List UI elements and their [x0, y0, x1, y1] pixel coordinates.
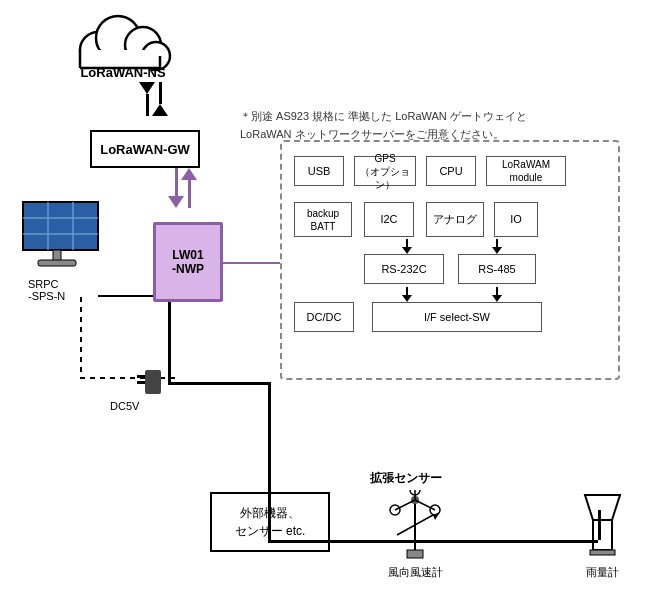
rs485-box: RS-485 — [458, 254, 536, 284]
lora-module-label: LoRaWAM module — [502, 158, 550, 184]
gps-label: GPS （オプション） — [355, 152, 415, 191]
srpc-hline-dashed — [80, 377, 180, 379]
wind-sensor-container: 風向風速計 — [385, 490, 445, 580]
wind-rain-hline — [418, 540, 598, 543]
rs-if-arrow2 — [492, 287, 502, 302]
gw-box: LoRaWAN-GW — [90, 130, 200, 168]
io-rs-arrow — [492, 239, 502, 254]
rs-if-arrow1 — [402, 287, 412, 302]
if-select-label: I/F select-SW — [424, 310, 490, 324]
svg-rect-28 — [593, 520, 612, 550]
svg-marker-27 — [585, 495, 620, 520]
lw01-vline-down — [168, 302, 171, 382]
svg-line-25 — [397, 525, 415, 535]
diagram: LoRaWAN-NS LoRaWAN-GW ＊別途 AS923 規格に 準拠した… — [0, 0, 650, 602]
arrow-cloud-up — [152, 82, 168, 116]
wind-sensor-label: 風向風速計 — [385, 565, 445, 580]
usb-box: USB — [294, 156, 344, 186]
cpu-box: CPU — [426, 156, 476, 186]
io-box: IO — [494, 202, 538, 237]
rs485-label: RS-485 — [478, 262, 515, 276]
svg-rect-29 — [590, 550, 615, 555]
srpc-vline-dashed — [80, 297, 82, 377]
svg-line-23 — [415, 515, 433, 525]
lw01-wind-vline — [268, 382, 271, 542]
backup-batt-label: backup BATT — [307, 207, 339, 233]
plug-prong2 — [137, 381, 145, 384]
svg-rect-8 — [23, 202, 98, 250]
if-select-box: I/F select-SW — [372, 302, 542, 332]
lw01-label: LW01 -NWP — [172, 248, 204, 276]
arrow-gw-lw01-up — [181, 168, 197, 208]
lw01-wind-hline — [268, 540, 418, 543]
cloud-container: LoRaWAN-NS — [68, 10, 178, 80]
dcdc-label: DC/DC — [307, 310, 342, 324]
note-text: ＊別途 AS923 規格に 準拠した LoRaWAN ゲートウェイと LoRaW… — [240, 108, 527, 143]
dc5v-label: DC5V — [110, 400, 139, 412]
dcdc-box: DC/DC — [294, 302, 354, 332]
rain-vline — [598, 510, 601, 540]
analog-label: アナログ — [433, 212, 477, 226]
i2c-label: I2C — [380, 212, 397, 226]
lw01-inner-hline — [223, 262, 280, 264]
gps-box: GPS （オプション） — [354, 156, 416, 186]
rs232c-label: RS-232C — [381, 262, 426, 276]
cloud-label: LoRaWAN-NS — [68, 65, 178, 80]
srpc-solar-icon — [18, 200, 103, 275]
wind-sensor-icon — [385, 490, 445, 560]
svg-rect-14 — [38, 260, 76, 266]
rs232c-box: RS-232C — [364, 254, 444, 284]
svg-line-17 — [395, 500, 415, 510]
lw01-hline-bottom — [168, 382, 268, 385]
rain-gauge-container: 雨量計 — [580, 490, 625, 580]
expansion-sensor-label: 拡張センサー — [370, 470, 442, 487]
inner-components-box: USB GPS （オプション） CPU LoRaWAM module backu… — [280, 140, 620, 380]
note-line1: ＊別途 AS923 規格に 準拠した LoRaWAN ゲートウェイと — [240, 108, 527, 126]
usb-label: USB — [308, 164, 331, 178]
plug-prong1 — [137, 375, 145, 378]
svg-marker-24 — [433, 512, 440, 520]
cpu-label: CPU — [439, 164, 462, 178]
svg-rect-26 — [407, 550, 423, 558]
i2c-box: I2C — [364, 202, 414, 237]
gw-label: LoRaWAN-GW — [100, 142, 190, 157]
srpc-label: SRPC -SPS-N — [28, 278, 65, 302]
rain-gauge-icon — [580, 490, 625, 560]
io-label: IO — [510, 212, 522, 226]
lw01-box: LW01 -NWP — [153, 222, 223, 302]
i2c-rs-arrow — [402, 239, 412, 254]
backup-batt-box: backup BATT — [294, 202, 352, 237]
srpc-container — [18, 200, 103, 278]
lora-module-box: LoRaWAM module — [486, 156, 566, 186]
analog-box: アナログ — [426, 202, 484, 237]
rain-gauge-label: 雨量計 — [580, 565, 625, 580]
svg-line-18 — [415, 500, 435, 510]
srpc-lw01-hline — [98, 295, 153, 297]
plug-icon — [145, 370, 161, 394]
